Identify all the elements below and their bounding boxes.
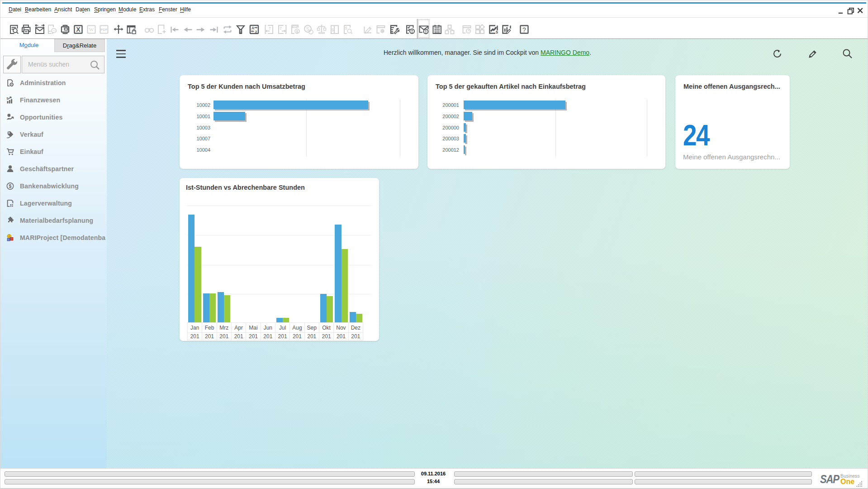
svg-text:s: s [495, 29, 498, 34]
svg-text:$: $ [345, 26, 347, 30]
svg-text:X: X [76, 26, 81, 33]
svg-text:z: z [255, 29, 256, 34]
svg-text:$: $ [332, 28, 334, 32]
svg-text:?: ? [522, 26, 526, 34]
svg-text:PDF: PDF [101, 28, 108, 32]
svg-text:$: $ [296, 29, 298, 34]
svg-text:$: $ [9, 183, 12, 189]
svg-text:W: W [89, 27, 94, 32]
svg-text:A: A [251, 26, 254, 30]
